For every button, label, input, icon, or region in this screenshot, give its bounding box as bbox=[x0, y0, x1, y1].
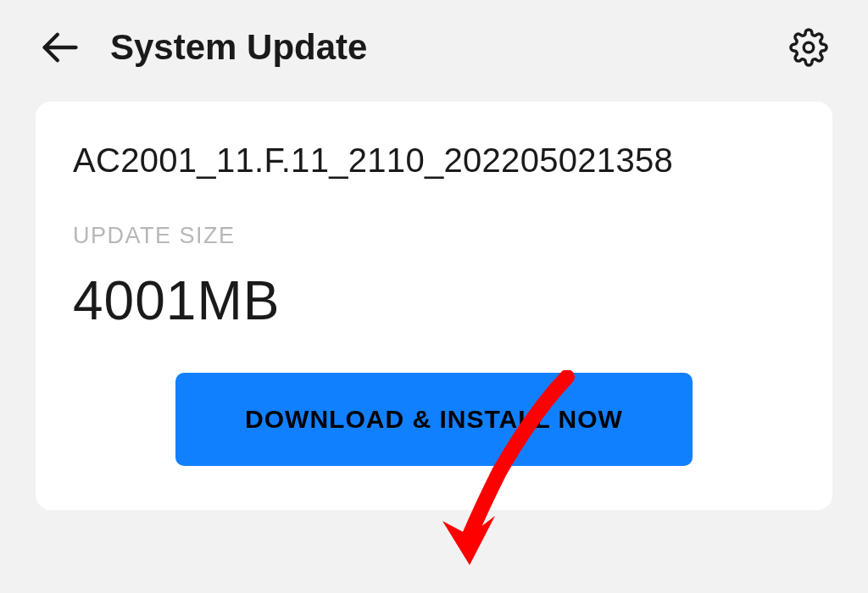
gear-icon bbox=[789, 28, 828, 67]
page-title: System Update bbox=[110, 27, 367, 68]
back-button[interactable] bbox=[36, 24, 83, 71]
update-card: AC2001_11.F.11_2110_202205021358 UPDATE … bbox=[36, 102, 832, 510]
update-size-label: UPDATE SIZE bbox=[73, 223, 795, 249]
arrow-left-icon bbox=[37, 25, 81, 69]
update-version: AC2001_11.F.11_2110_202205021358 bbox=[73, 139, 795, 182]
svg-marker-3 bbox=[442, 516, 495, 565]
download-install-button[interactable]: DOWNLOAD & INSTALL NOW bbox=[175, 373, 693, 466]
page-header: System Update bbox=[0, 0, 868, 95]
update-size-value: 4001MB bbox=[73, 269, 795, 332]
settings-button[interactable] bbox=[785, 24, 832, 71]
svg-point-1 bbox=[804, 42, 814, 53]
